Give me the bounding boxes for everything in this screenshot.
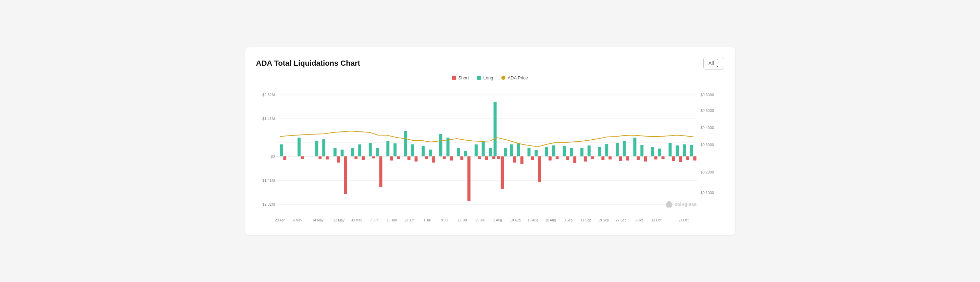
svg-text:$0.1000: $0.1000 [700, 190, 714, 194]
svg-text:13 Oct: 13 Oct [651, 218, 661, 222]
svg-text:11 Sep: 11 Sep [581, 218, 591, 222]
svg-rect-102 [661, 157, 664, 159]
svg-rect-87 [598, 147, 601, 157]
svg-rect-69 [517, 143, 520, 157]
svg-rect-84 [584, 157, 587, 162]
svg-rect-68 [513, 157, 516, 163]
svg-rect-47 [429, 150, 432, 157]
svg-rect-45 [422, 146, 425, 157]
svg-rect-30 [355, 157, 358, 159]
svg-rect-56 [468, 157, 471, 201]
svg-rect-93 [622, 141, 625, 157]
chart-area: $2.82M $1.41M $0 $1.41M $2.82M $0.6000 $… [256, 84, 724, 228]
svg-rect-17 [280, 144, 283, 157]
svg-rect-90 [608, 157, 612, 160]
legend-label-short: Short [458, 75, 469, 81]
svg-rect-86 [591, 157, 594, 159]
svg-text:15 Jun: 15 Jun [387, 218, 397, 222]
svg-text:$0.3000: $0.3000 [700, 143, 714, 146]
svg-rect-22 [318, 157, 321, 159]
svg-rect-99 [651, 147, 654, 157]
legend-item-short: Short [452, 75, 469, 81]
svg-rect-64 [497, 157, 500, 159]
svg-rect-85 [587, 146, 590, 157]
coinglass-watermark: coinglass [666, 201, 697, 208]
svg-rect-41 [404, 131, 407, 157]
time-selector-button[interactable]: All ⌃⌄ [703, 57, 724, 70]
svg-rect-24 [326, 157, 329, 160]
svg-rect-38 [390, 157, 393, 160]
svg-text:$0.6000: $0.6000 [700, 92, 714, 97]
svg-rect-74 [538, 157, 541, 182]
svg-text:$0.4000: $0.4000 [700, 125, 714, 129]
svg-text:14 May: 14 May [312, 218, 323, 222]
svg-rect-78 [555, 157, 558, 159]
svg-rect-59 [481, 141, 485, 157]
svg-rect-89 [605, 144, 608, 157]
svg-rect-36 [379, 157, 382, 187]
svg-rect-32 [361, 157, 365, 160]
svg-text:6 May: 6 May [293, 218, 302, 222]
svg-rect-53 [457, 148, 460, 157]
svg-text:$0.5000: $0.5000 [700, 108, 714, 112]
svg-text:23 Jun: 23 Jun [404, 218, 414, 222]
svg-rect-44 [414, 157, 417, 162]
svg-rect-73 [535, 150, 538, 157]
svg-rect-81 [570, 148, 573, 157]
svg-rect-104 [672, 157, 675, 161]
svg-rect-25 [333, 148, 336, 157]
svg-rect-76 [548, 157, 551, 160]
svg-text:2 Aug: 2 Aug [493, 218, 502, 222]
svg-rect-26 [337, 157, 340, 163]
svg-rect-31 [358, 144, 361, 157]
coinglass-label: coinglass [675, 201, 697, 207]
svg-rect-39 [393, 143, 396, 157]
svg-rect-58 [478, 157, 481, 159]
svg-text:9 Jul: 9 Jul [441, 218, 448, 222]
svg-rect-52 [450, 157, 453, 160]
legend-dot-price [501, 76, 506, 80]
svg-text:$2.82M: $2.82M [262, 92, 275, 97]
svg-rect-103 [668, 143, 671, 157]
svg-rect-37 [386, 141, 389, 157]
svg-rect-46 [425, 157, 428, 159]
svg-text:$0: $0 [270, 154, 275, 158]
svg-rect-63 [493, 101, 496, 157]
svg-rect-108 [686, 157, 689, 160]
svg-text:22 May: 22 May [333, 218, 344, 222]
svg-rect-101 [658, 149, 661, 157]
legend-label-long: Long [483, 75, 493, 81]
svg-rect-54 [460, 157, 463, 160]
svg-rect-62 [492, 157, 495, 159]
svg-rect-67 [509, 144, 512, 157]
svg-rect-100 [654, 157, 657, 160]
svg-rect-28 [344, 157, 347, 194]
svg-rect-106 [679, 157, 682, 162]
svg-rect-105 [676, 146, 679, 157]
svg-rect-97 [640, 145, 643, 157]
chevron-icon: ⌃⌄ [716, 59, 719, 68]
svg-text:10 Aug: 10 Aug [510, 218, 520, 222]
svg-rect-35 [375, 148, 379, 157]
svg-rect-92 [619, 157, 622, 161]
svg-text:1 Jul: 1 Jul [423, 218, 430, 222]
svg-rect-65 [501, 157, 504, 189]
svg-rect-75 [545, 147, 548, 157]
svg-text:26 Aug: 26 Aug [545, 218, 556, 222]
legend-label-price: ADA Price [508, 75, 528, 81]
legend-item-price: ADA Price [501, 75, 528, 81]
legend-item-long: Long [477, 75, 493, 81]
svg-rect-40 [397, 157, 400, 159]
svg-rect-18 [283, 157, 286, 160]
svg-rect-33 [368, 143, 372, 157]
svg-text:5 Oct: 5 Oct [635, 218, 643, 222]
svg-rect-91 [616, 143, 619, 157]
svg-rect-70 [520, 157, 523, 164]
svg-rect-34 [372, 157, 375, 158]
svg-rect-109 [690, 145, 693, 157]
chart-container: ADA Total Liquidations Chart All ⌃⌄ Shor… [245, 47, 735, 235]
svg-rect-79 [563, 146, 566, 157]
svg-text:$1.41M: $1.41M [262, 178, 275, 182]
chart-legend: Short Long ADA Price [256, 75, 724, 81]
svg-text:$0.2000: $0.2000 [700, 170, 714, 174]
